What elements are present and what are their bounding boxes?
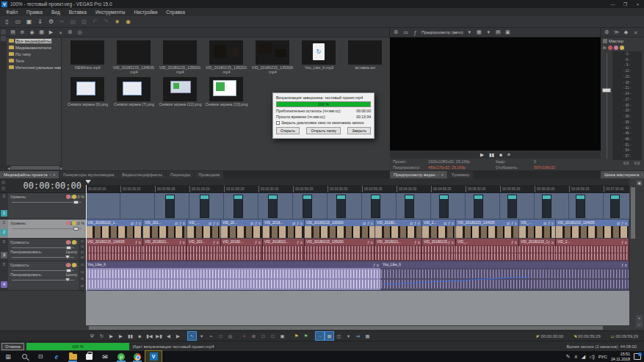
track-header-1[interactable]: ≡1 Уровень: 100,0 % bbox=[0, 193, 86, 220]
video-clip[interactable]: VID_20180215_134635⇄ƒ≡ bbox=[556, 220, 629, 238]
play-icon[interactable]: ▶ bbox=[480, 152, 484, 158]
overlay-clip[interactable] bbox=[234, 195, 243, 218]
overlay-clip[interactable] bbox=[165, 195, 175, 218]
audio-clip[interactable]: VID_20180215_134635ƒ≡ bbox=[422, 239, 456, 261]
pen-tray-icon[interactable]: ✎ bbox=[566, 354, 571, 360]
crop-icon[interactable]: ⇄ bbox=[209, 221, 211, 225]
close-tab-icon[interactable]: × bbox=[441, 173, 444, 177]
event-fx-icon[interactable]: ƒ bbox=[367, 240, 369, 245]
time-display-menu-icon[interactable] bbox=[1, 181, 5, 184]
external-monitor-icon[interactable]: ▭ bbox=[402, 29, 410, 37]
event-menu-icon[interactable]: ≡ bbox=[371, 221, 373, 225]
scroll-left-icon[interactable]: ◀ bbox=[7, 166, 10, 170]
audio-clip[interactable]: VID_20180...ƒ≡ bbox=[221, 239, 263, 261]
track-header-2[interactable]: ≡2 Уровень: 100,0 % bbox=[0, 220, 86, 239]
scroll-thumb[interactable] bbox=[11, 166, 59, 170]
media-item[interactable]: You_Like_It.mp3 bbox=[296, 40, 342, 75]
solo-icon[interactable] bbox=[72, 240, 76, 245]
event-menu-icon[interactable]: ≡ bbox=[551, 221, 554, 225]
zoom-in-icon[interactable]: + bbox=[636, 315, 643, 321]
scroll-thumb[interactable] bbox=[89, 326, 603, 330]
title-bar[interactable]: V 100% - тестовый проект.veg - VEGAS Pro… bbox=[0, 0, 644, 8]
video-fx-bypass-icon[interactable]: ƒ bbox=[411, 29, 419, 37]
event-fx-icon[interactable]: ƒ bbox=[621, 240, 623, 245]
bus-fx-icon[interactable]: fx bbox=[603, 46, 607, 50]
go-to-start-icon[interactable]: ▮◀ bbox=[145, 332, 153, 340]
overlays-icon[interactable]: ▦ bbox=[475, 29, 483, 37]
crop-icon[interactable]: ⇄ bbox=[292, 221, 295, 225]
downmix-icon[interactable]: ◆ bbox=[622, 29, 630, 37]
bus-settings-icon[interactable]: ⚙ bbox=[603, 29, 611, 37]
show-me-how-icon[interactable]: ◉ bbox=[123, 18, 133, 26]
media-item[interactable]: Снимок экрана (13).png bbox=[203, 77, 250, 106]
event-menu-icon[interactable]: ≡ bbox=[258, 221, 261, 225]
taskbar-search-icon[interactable] bbox=[16, 351, 32, 362]
selection-start[interactable]: 00:00:00;00 bbox=[541, 334, 564, 339]
prev-frame-icon[interactable]: ◀ bbox=[164, 332, 173, 340]
overlay-clip[interactable] bbox=[371, 195, 380, 218]
event-menu-icon[interactable]: ≡ bbox=[183, 221, 185, 225]
tab-Предпросмотр видео[interactable]: Предпросмотр видео▫× bbox=[390, 171, 447, 178]
media-item[interactable]: Снимок экрана (12).png bbox=[157, 77, 203, 106]
close-tab-icon[interactable]: × bbox=[53, 173, 55, 177]
crop-icon[interactable]: ⇄ bbox=[131, 221, 134, 225]
event-menu-icon[interactable]: ≡ bbox=[183, 240, 185, 245]
import-media-icon[interactable]: ⊕ bbox=[18, 29, 26, 37]
solo-icon[interactable] bbox=[72, 221, 76, 225]
event-menu-icon[interactable]: ≡ bbox=[258, 240, 261, 245]
event-fx-icon[interactable]: ƒ bbox=[213, 240, 215, 245]
dim-a-icon[interactable]: □ bbox=[259, 332, 267, 340]
play-icon[interactable]: ▶ bbox=[117, 332, 125, 340]
event-fx-icon[interactable]: ƒ bbox=[414, 240, 416, 245]
crop-icon[interactable]: ⇄ bbox=[543, 221, 546, 225]
event-menu-icon[interactable]: ≡ bbox=[452, 240, 454, 245]
tab-Проводник[interactable]: Проводник bbox=[195, 171, 223, 178]
tree-hscrollbar[interactable]: ◀ ▶ bbox=[7, 165, 64, 170]
mute-icon[interactable] bbox=[66, 240, 70, 245]
maximize-button[interactable]: ❐ bbox=[619, 0, 632, 8]
event-menu-icon[interactable]: ≡ bbox=[625, 221, 627, 225]
event-menu-icon[interactable]: ≡ bbox=[418, 221, 420, 225]
volume-icon[interactable]: ◁) bbox=[589, 354, 595, 360]
media-item[interactable]: VID_20180215_135000.mp4 bbox=[157, 40, 203, 75]
video-clip[interactable]: VID_20...⇄ƒ≡ bbox=[221, 220, 263, 238]
video-clip[interactable]: VID_...⇄ƒ≡ bbox=[519, 220, 556, 238]
event-menu-icon[interactable]: ≡ bbox=[217, 221, 219, 225]
event-fx-icon[interactable]: ƒ bbox=[367, 221, 369, 225]
auto-crossfade-icon[interactable]: ◫ bbox=[335, 332, 343, 340]
overlay-clip[interactable] bbox=[336, 195, 346, 218]
event-fx-icon[interactable]: ƒ bbox=[548, 221, 550, 225]
event-fx-icon[interactable]: ƒ bbox=[297, 240, 299, 245]
event-menu-icon[interactable]: ≡ bbox=[515, 221, 517, 225]
media-item[interactable]: Снимок экрана (6).png bbox=[65, 77, 111, 106]
mute-icon[interactable] bbox=[66, 263, 70, 267]
menu-Справка[interactable]: Справка bbox=[162, 10, 189, 15]
media-item[interactable]: вставка.avi bbox=[342, 40, 388, 75]
close-button[interactable]: × bbox=[632, 0, 644, 8]
video-clip[interactable]: VID_20180215_1...⇄ƒ≡ bbox=[86, 220, 143, 238]
event-fx-icon[interactable]: ƒ bbox=[297, 221, 299, 225]
music-track[interactable]: You_Like_Itƒ≡You_Like_Itƒ≡ bbox=[86, 261, 629, 291]
fader-knob[interactable] bbox=[602, 88, 611, 93]
tab-Триммер[interactable]: Триммер bbox=[448, 171, 473, 178]
overlay-clip[interactable] bbox=[542, 195, 551, 218]
pause-icon[interactable]: ▮▮ bbox=[489, 152, 494, 158]
audio-clip[interactable]: VID_2...ƒ≡ bbox=[556, 239, 629, 261]
go-to-end-icon[interactable]: ▶▮ bbox=[155, 332, 163, 340]
play-from-start-icon[interactable]: ▶ bbox=[107, 332, 115, 340]
edit-tool-icon[interactable]: ↖ bbox=[188, 332, 196, 340]
selection-end[interactable]: 00:09:59;29 bbox=[578, 334, 601, 339]
video-track[interactable]: VID_20180215_1...⇄ƒ≡VID_201...⇄ƒ≡VID_...… bbox=[86, 220, 629, 239]
taskbar-vegas-icon[interactable]: V bbox=[145, 351, 162, 362]
taskbar-store-icon[interactable] bbox=[81, 351, 97, 362]
overlay-clip[interactable] bbox=[507, 195, 517, 218]
menu-Вид[interactable]: Вид bbox=[47, 10, 65, 15]
overlay-clip[interactable] bbox=[268, 195, 278, 218]
crop-icon[interactable]: ⇄ bbox=[175, 221, 178, 225]
tree-item-Все медиафайлы[interactable]: Все медиафайлы bbox=[7, 37, 61, 44]
volume-slider[interactable] bbox=[10, 269, 77, 272]
overlay-clip[interactable] bbox=[439, 195, 449, 218]
video-clip[interactable]: VID_2018...⇄ƒ≡ bbox=[263, 220, 305, 238]
group-icon[interactable]: ▦ bbox=[363, 332, 372, 340]
taskbar-start-icon[interactable]: ⊞ bbox=[0, 351, 16, 362]
